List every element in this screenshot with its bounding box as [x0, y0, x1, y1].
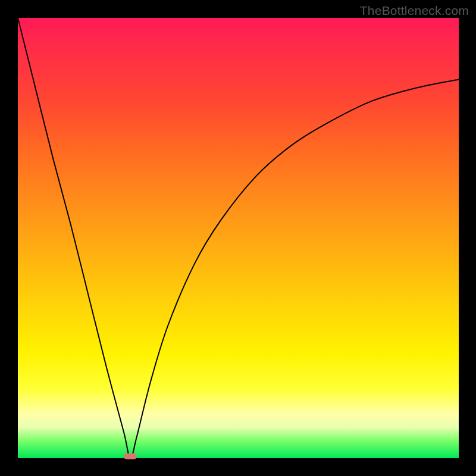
chart-frame: TheBottleneck.com: [0, 0, 476, 476]
plot-area: [18, 18, 459, 458]
curve-path: [18, 18, 459, 458]
bottleneck-curve: [18, 18, 459, 458]
min-marker: [124, 453, 137, 459]
watermark-text: TheBottleneck.com: [360, 4, 469, 18]
